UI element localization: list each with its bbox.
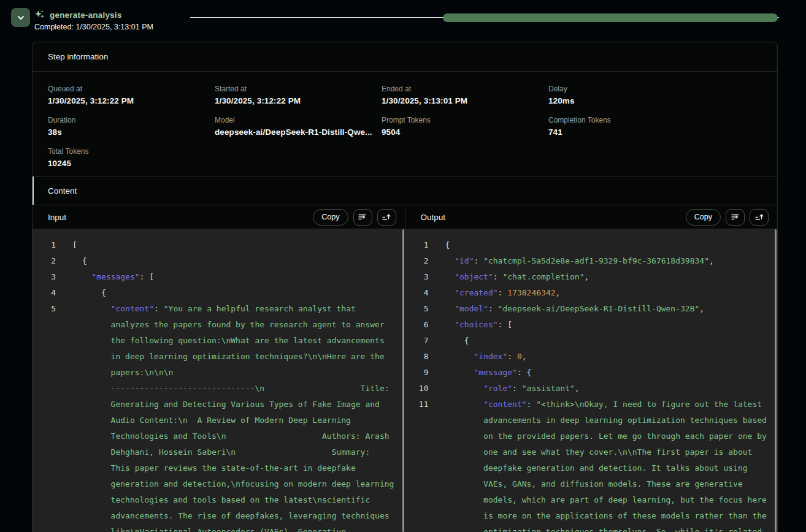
step-info-field: Delay120ms (548, 85, 715, 105)
field-label: Total Tokens (48, 147, 215, 156)
code-line-text: VAEs, GANs, and diffusion models. These … (429, 476, 743, 492)
code-line-text: { (429, 333, 469, 349)
content-section-header: Content (33, 176, 777, 205)
code-row: the following question:\nWhat are the la… (33, 333, 405, 349)
line-number (33, 460, 56, 476)
code-line-text: Technologies and Tools\n Authors: Arash (56, 428, 390, 444)
code-row: 11 "content": "<think>\nOkay, I need to … (405, 397, 778, 412)
step-info-field: Completion Tokens741 (548, 116, 715, 137)
step-info-field: Ended at1/30/2025, 3:13:01 PM (382, 85, 548, 105)
expand-up-icon (382, 212, 391, 222)
code-line-text: Dehghani, Hossein Saberi\n Summary: (56, 444, 370, 460)
code-row: 1{ (405, 237, 778, 253)
code-row: generation and detection,\nfocusing on m… (33, 476, 405, 492)
code-line-text: Generating and Detecting Various Types o… (56, 397, 380, 412)
input-scrollbar[interactable] (402, 229, 404, 532)
timeline-duration-bar (443, 13, 778, 22)
line-number (33, 397, 56, 412)
input-wrap-text-button[interactable] (353, 209, 372, 226)
code-row: deepfake generation and detection. It ta… (405, 460, 778, 476)
line-number (405, 412, 429, 428)
line-number: 1 (33, 237, 56, 253)
code-row: 3 "messages": [ (33, 269, 405, 285)
line-number (405, 508, 429, 524)
field-value: 1/30/2025, 3:13:01 PM (382, 96, 548, 105)
code-line-text: models, which are part of deep learning,… (429, 492, 767, 508)
code-row: papers:\n\n\n (33, 365, 405, 381)
code-line-text: "choices": [ (429, 317, 513, 333)
code-row: in deep learning optimization techniques… (33, 349, 405, 365)
code-row: on the provided papers. Let me go throug… (405, 428, 778, 444)
line-number: 4 (33, 285, 56, 301)
code-line-text: technologies and tools based on the late… (56, 492, 370, 508)
code-row: advancements. The rise of deepfakes, lev… (33, 508, 405, 524)
step-detail-panel: Step information Queued at1/30/2025, 3:1… (32, 42, 778, 532)
code-row: 4 { (33, 285, 405, 301)
line-number (33, 444, 56, 460)
output-wrap-text-button[interactable] (726, 209, 745, 226)
step-information-header: Step information (33, 42, 777, 72)
code-line-text: This paper reviews the state-of-the-art … (56, 460, 356, 476)
code-row: VAEs, GANs, and diffusion models. These … (405, 476, 778, 492)
output-copy-button[interactable]: Copy (686, 209, 721, 226)
input-expand-button[interactable] (377, 209, 396, 226)
output-code-viewer[interactable]: 1{2 "id": "chatcmpl-5a5d2e8e-adf1-9329-b… (405, 229, 778, 532)
code-row: optimization techniques themselves. So, … (405, 524, 778, 532)
field-value: 1/30/2025, 3:12:22 PM (48, 96, 215, 105)
step-info-field: Total Tokens10245 (48, 147, 215, 168)
output-expand-button[interactable] (750, 209, 769, 226)
field-value: 120ms (548, 96, 715, 105)
code-row: Technologies and Tools\n Authors: Arash (33, 428, 405, 444)
code-line-text: advancements in deep learning optimizati… (429, 412, 767, 428)
code-line-text: "messages": [ (56, 269, 154, 285)
code-line-text: optimization techniques themselves. So, … (429, 524, 767, 532)
line-number (33, 349, 56, 365)
line-number (33, 476, 56, 492)
field-label: Completion Tokens (548, 116, 715, 124)
line-number (405, 476, 429, 492)
line-number: 3 (33, 269, 56, 285)
code-line-text: "content": "<think>\nOkay, I need to fig… (429, 397, 762, 412)
input-pane-header: Input Copy (33, 205, 405, 229)
line-number (33, 317, 56, 333)
code-row: models, which are part of deep learning,… (405, 492, 778, 508)
content-title: Content (48, 186, 77, 196)
input-copy-button[interactable]: Copy (313, 209, 348, 226)
line-number: 2 (405, 253, 429, 269)
input-code-viewer[interactable]: 1[2 {3 "messages": [4 {5 "content": "You… (33, 229, 405, 532)
code-line-text: Audio Content:\n A Review of Modern Deep… (56, 412, 351, 428)
field-value: 38s (48, 127, 215, 137)
line-number (33, 428, 56, 444)
code-row: ------------------------------\n Title: (33, 381, 405, 397)
line-number (33, 492, 56, 508)
code-row: 4 "created": 1738246342, (405, 285, 778, 301)
code-line-text: { (56, 253, 86, 269)
code-row: 9 "message": { (405, 365, 778, 381)
collapse-step-button[interactable] (11, 8, 30, 27)
code-line-text: ------------------------------\n Title: (56, 381, 390, 397)
step-info-field: Duration38s (48, 116, 215, 137)
code-row: 7 { (405, 333, 778, 349)
output-pane-header: Output Copy (405, 205, 778, 229)
code-row: Audio Content:\n A Review of Modern Deep… (33, 412, 405, 428)
code-row: advancements in deep learning optimizati… (405, 412, 778, 428)
code-line-text: "content": "You are a helpful research a… (56, 301, 356, 317)
output-pane-actions: Copy (686, 209, 769, 226)
output-scrollbar[interactable] (775, 229, 777, 532)
line-number: 10 (405, 381, 429, 397)
line-number (405, 444, 429, 460)
code-row: like\nVariational Autoencoders (VAEs), G… (33, 524, 405, 532)
field-label: Prompt Tokens (382, 116, 548, 124)
content-panes: Input Copy (33, 205, 777, 532)
line-number (33, 365, 56, 381)
code-line-text: [ (56, 237, 77, 253)
code-line-text: { (429, 237, 450, 253)
code-row: 2 "id": "chatcmpl-5a5d2e8e-adf1-9329-bf9… (405, 253, 778, 269)
code-row: 2 { (33, 253, 405, 269)
code-row: Generating and Detecting Various Types o… (33, 397, 405, 412)
field-value: 741 (548, 127, 715, 137)
line-number: 8 (405, 349, 429, 365)
line-number: 1 (405, 237, 429, 253)
step-information-fields: Queued at1/30/2025, 3:12:22 PMStarted at… (33, 72, 777, 176)
step-info-field: Queued at1/30/2025, 3:12:22 PM (48, 85, 215, 105)
